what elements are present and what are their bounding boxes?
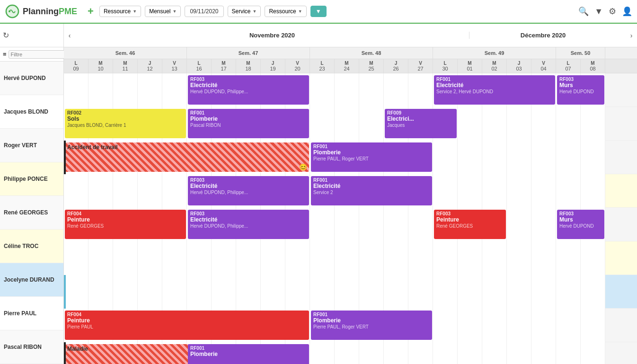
day-col[interactable] (482, 342, 507, 364)
day-col[interactable] (581, 275, 605, 309)
day-col[interactable] (507, 342, 531, 364)
event-rf003[interactable]: RF003ElectricitéHervé DUPOND, Philippe..… (188, 75, 309, 105)
day-col[interactable] (384, 73, 408, 107)
day-col[interactable] (359, 73, 384, 107)
event-rf009[interactable]: RF009Electrici...Jacques (385, 109, 457, 138)
day-col[interactable] (261, 241, 285, 275)
day-col[interactable] (482, 107, 507, 141)
day-col[interactable] (581, 342, 605, 364)
day-col[interactable] (64, 174, 88, 208)
event-[interactable]: Accident de travail😊 (65, 142, 309, 172)
day-col[interactable] (64, 275, 88, 309)
day-col[interactable] (556, 107, 581, 141)
event-rf001[interactable]: RF001PlomberiePascal RIBON (188, 109, 309, 138)
day-col[interactable] (236, 241, 261, 275)
day-col[interactable] (433, 309, 458, 342)
day-col[interactable] (556, 275, 581, 309)
day-col[interactable] (458, 309, 482, 342)
day-col[interactable] (458, 141, 482, 174)
day-col[interactable] (482, 174, 507, 208)
day-col[interactable] (458, 174, 482, 208)
next-nav-button[interactable]: › (626, 24, 637, 47)
day-col[interactable] (64, 241, 88, 275)
day-col[interactable] (531, 275, 556, 309)
event-rf003[interactable]: RF003MursHervé DUPOND (557, 75, 604, 105)
day-col[interactable] (556, 342, 581, 364)
user-icon[interactable]: 👤 (622, 6, 632, 17)
day-col[interactable] (482, 275, 507, 309)
day-col[interactable] (88, 275, 113, 309)
day-col[interactable] (507, 241, 531, 275)
day-col[interactable] (162, 174, 187, 208)
day-col[interactable] (187, 275, 212, 309)
day-col[interactable] (531, 174, 556, 208)
day-col[interactable] (458, 107, 482, 141)
day-col[interactable] (458, 342, 482, 364)
day-col[interactable] (285, 241, 310, 275)
day-col[interactable] (433, 174, 458, 208)
day-col[interactable] (408, 208, 433, 241)
day-col[interactable] (581, 141, 605, 174)
day-col[interactable] (531, 241, 556, 275)
day-col[interactable] (581, 241, 605, 275)
day-col[interactable] (335, 73, 359, 107)
day-col[interactable] (581, 174, 605, 208)
day-col[interactable] (433, 342, 458, 364)
resource-select[interactable]: Ressource ▼ (99, 6, 141, 17)
day-col[interactable] (64, 73, 88, 107)
day-col[interactable] (162, 241, 187, 275)
day-col[interactable] (556, 174, 581, 208)
event-rf002[interactable]: RF002SolsJacques BLOND, Carrière 1 (65, 109, 186, 138)
day-col[interactable] (359, 342, 384, 364)
event-rf004[interactable]: RF004PeintureRené GEORGES (65, 210, 186, 239)
event-rf001[interactable]: RF001ElectricitéService 2, Hervé DUPOND (434, 75, 555, 105)
day-col[interactable] (88, 241, 113, 275)
day-col[interactable] (531, 342, 556, 364)
day-col[interactable] (138, 174, 162, 208)
event-rf003[interactable]: RF003PeintureRené GEORGES (434, 210, 506, 239)
day-col[interactable] (384, 275, 408, 309)
day-col[interactable] (482, 309, 507, 342)
day-col[interactable] (433, 141, 458, 174)
mensuel-select[interactable]: Mensuel ▼ (145, 6, 181, 17)
day-col[interactable] (187, 241, 212, 275)
day-col[interactable] (581, 309, 605, 342)
event-rf001[interactable]: RF001PlomberiePierre PAUL, Roger VERT (311, 142, 432, 172)
day-col[interactable] (556, 309, 581, 342)
day-col[interactable] (531, 107, 556, 141)
day-col[interactable] (531, 309, 556, 342)
day-col[interactable] (408, 73, 433, 107)
day-col[interactable] (162, 275, 187, 309)
filter-button[interactable]: ▼ (310, 6, 327, 17)
day-col[interactable] (310, 241, 335, 275)
day-col[interactable] (335, 275, 359, 309)
day-col[interactable] (138, 73, 162, 107)
day-col[interactable] (408, 342, 433, 364)
day-col[interactable] (384, 208, 408, 241)
day-col[interactable] (335, 342, 359, 364)
event-rf003[interactable]: RF003ElectricitéHervé DUPOND, Philippe..… (188, 176, 309, 205)
day-col[interactable] (531, 141, 556, 174)
day-col[interactable] (285, 275, 310, 309)
day-col[interactable] (482, 241, 507, 275)
day-col[interactable] (507, 174, 531, 208)
day-col[interactable] (310, 275, 335, 309)
day-col[interactable] (359, 275, 384, 309)
day-col[interactable] (507, 275, 531, 309)
day-col[interactable] (113, 174, 138, 208)
day-col[interactable] (88, 73, 113, 107)
event-rf004[interactable]: RF004PeinturePierre PAUL (65, 311, 309, 340)
day-col[interactable] (359, 107, 384, 141)
day-col[interactable] (581, 107, 605, 141)
day-col[interactable] (359, 241, 384, 275)
event-rf003[interactable]: RF003MursHervé DUPOND (557, 210, 604, 239)
day-col[interactable] (507, 309, 531, 342)
day-col[interactable] (384, 342, 408, 364)
day-col[interactable] (408, 275, 433, 309)
day-col[interactable] (433, 275, 458, 309)
day-col[interactable] (384, 241, 408, 275)
settings-icon[interactable]: ⚙ (609, 6, 616, 17)
day-col[interactable] (113, 275, 138, 309)
day-col[interactable] (335, 107, 359, 141)
day-col[interactable] (458, 241, 482, 275)
